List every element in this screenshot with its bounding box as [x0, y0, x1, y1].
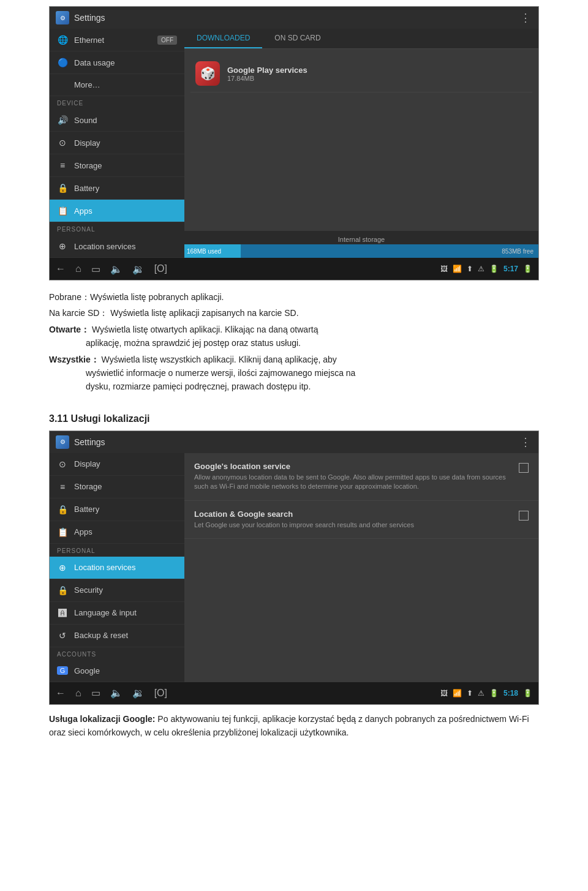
- battery-icon-2: 🔒: [57, 505, 68, 514]
- settings-circle-icon-2[interactable]: [O]: [154, 688, 167, 699]
- sidebar-item-location-2[interactable]: ⊕ Location services: [50, 557, 184, 579]
- sidebar-item-security[interactable]: 🔒 Security: [50, 579, 184, 602]
- battery-status-icon: 🔋: [489, 265, 499, 273]
- setting-item-google-location[interactable]: Google's location service Allow anonymou…: [184, 453, 538, 501]
- google-location-checkbox[interactable]: [519, 463, 529, 473]
- google-icon: G: [57, 666, 68, 675]
- battery-indicator-2: 🔋: [523, 689, 532, 697]
- sidebar-label-display-2: Display: [74, 459, 100, 468]
- bottom-nav-1: ← ⌂ ▭ 🔈 🔉 [O]: [56, 263, 167, 275]
- usb-icon-2: ⬆: [467, 689, 473, 697]
- sidebar-item-more[interactable]: More…: [50, 74, 184, 96]
- status-time-2: 5:18: [503, 689, 518, 697]
- language-icon: 🅰: [57, 608, 68, 618]
- screenshot-icon-2: 🖼: [440, 689, 448, 697]
- sidebar-item-google[interactable]: G Google: [50, 660, 184, 682]
- settings-icon-2: ⚙: [56, 435, 69, 449]
- back-icon-2[interactable]: ←: [56, 688, 66, 699]
- section-heading: 3.11 Usługi lokalizacji: [0, 406, 588, 428]
- sidebar-label-data-usage: Data usage: [74, 58, 115, 67]
- sidebar-item-battery-2[interactable]: 🔒 Battery: [50, 498, 184, 521]
- sidebar-item-sound[interactable]: 🔊 Sound: [50, 109, 184, 132]
- location-icon: ⊕: [57, 241, 68, 251]
- ethernet-icon: 🌐: [57, 35, 68, 45]
- sidebar-label-sound: Sound: [74, 116, 97, 125]
- volume-up-icon[interactable]: 🔉: [132, 263, 145, 275]
- usb-icon: ⬆: [467, 265, 473, 273]
- text-line-1: Pobrane：Wyświetla listę pobranych aplika…: [49, 290, 539, 304]
- back-icon[interactable]: ←: [56, 263, 66, 274]
- security-icon: 🔒: [57, 585, 68, 595]
- setting-desc-location-search: Let Google use your location to improve …: [194, 521, 513, 530]
- setting-title-location-search: Location & Google search: [194, 509, 513, 519]
- titlebar-title-2: Settings: [74, 437, 105, 447]
- text-line-4: Wszystkie： Wyświetla listę wszystkich ap…: [49, 353, 539, 394]
- tab-on-sd-card[interactable]: ON SD CARD: [262, 29, 333, 48]
- bottom-nav-2: ← ⌂ ▭ 🔈 🔉 [O]: [56, 687, 167, 699]
- storage-used-label: 168MB used: [187, 248, 221, 255]
- sidebar-item-data-usage[interactable]: 🔵 Data usage: [50, 51, 184, 74]
- sidebar-item-location[interactable]: ⊕ Location services: [50, 235, 184, 258]
- device-section-label: DEVICE: [50, 96, 184, 109]
- sidebar-label-storage-2: Storage: [74, 482, 102, 491]
- sidebar-label-apps: Apps: [74, 206, 92, 216]
- signal-icon: 📶: [453, 265, 462, 273]
- ethernet-toggle[interactable]: OFF: [157, 36, 177, 45]
- home-icon-2[interactable]: ⌂: [75, 688, 81, 699]
- sidebar-item-apps[interactable]: 📋 Apps: [50, 200, 184, 222]
- battery-indicator: 🔋: [523, 265, 532, 273]
- recents-icon-2[interactable]: ▭: [91, 687, 100, 699]
- app-item-google-play[interactable]: 🎲 Google Play services 17.84MB: [190, 55, 532, 92]
- tabs-bar-1: DOWNLOADED ON SD CARD: [184, 29, 538, 49]
- sidebar-label-google: Google: [74, 666, 100, 675]
- sidebar-2: ⊙ Display ≡ Storage 🔒 Battery 📋 Apps: [50, 453, 184, 682]
- personal-section-label: PERSONAL: [50, 222, 184, 235]
- sidebar-item-display[interactable]: ⊙ Display: [50, 132, 184, 154]
- settings-icon: ⚙: [56, 11, 69, 24]
- titlebar-menu-icon-2[interactable]: ⋮: [520, 435, 532, 449]
- storage-free-label: 853MB free: [502, 248, 533, 255]
- sidebar-item-storage-2[interactable]: ≡ Storage: [50, 476, 184, 498]
- screenshot-2: ⚙ Settings ⋮ ⊙ Display ≡ Storage: [49, 430, 539, 705]
- screenshot-icon: 🖼: [440, 265, 448, 273]
- sidebar-item-storage[interactable]: ≡ Storage: [50, 154, 184, 177]
- bottom-bar-1: ← ⌂ ▭ 🔈 🔉 [O] 🖼 📶 ⬆ ⚠ 🔋 5:17 🔋: [50, 258, 538, 280]
- sidebar-item-backup[interactable]: ↺ Backup & reset: [50, 625, 184, 647]
- storage-label: Internal storage: [184, 236, 538, 243]
- titlebar-menu-icon[interactable]: ⋮: [520, 11, 532, 24]
- sidebar-label-security: Security: [74, 585, 103, 595]
- data-usage-icon: 🔵: [57, 58, 68, 67]
- sidebar-label-more: More…: [74, 80, 100, 89]
- sidebar-item-ethernet[interactable]: 🌐 Ethernet OFF: [50, 29, 184, 51]
- screen-content-1: 🌐 Ethernet OFF 🔵 Data usage More… DEVICE: [50, 29, 538, 258]
- sidebar-label-storage: Storage: [74, 161, 102, 170]
- volume-down-icon-2[interactable]: 🔈: [110, 687, 123, 699]
- sidebar-item-language[interactable]: 🅰 Language & input: [50, 602, 184, 625]
- setting-item-location-search[interactable]: Location & Google search Let Google use …: [184, 501, 538, 539]
- sound-icon: 🔊: [57, 115, 68, 125]
- backup-icon: ↺: [57, 631, 68, 641]
- titlebar-1: ⚙ Settings ⋮: [50, 7, 538, 29]
- apps-icon-2: 📋: [57, 527, 68, 537]
- volume-up-icon-2[interactable]: 🔉: [132, 687, 145, 699]
- sidebar-item-apps-2[interactable]: 📋 Apps: [50, 521, 184, 544]
- display-icon: ⊙: [57, 138, 68, 148]
- setting-text-location-search: Location & Google search Let Google use …: [194, 509, 513, 530]
- titlebar-title-1: Settings: [74, 13, 105, 23]
- tab-downloaded[interactable]: DOWNLOADED: [184, 29, 262, 48]
- app-list-1: 🎲 Google Play services 17.84MB: [184, 49, 538, 231]
- titlebar-2: ⚙ Settings ⋮: [50, 431, 538, 453]
- location-search-checkbox[interactable]: [519, 511, 529, 521]
- settings-circle-icon[interactable]: [O]: [154, 263, 167, 274]
- recents-icon[interactable]: ▭: [91, 263, 100, 275]
- sidebar-item-display-2[interactable]: ⊙ Display: [50, 453, 184, 476]
- text-line-2: Na karcie SD： Wyświetla listę aplikacji …: [49, 306, 539, 320]
- main-content-1: DOWNLOADED ON SD CARD 🎲 Google Play serv…: [184, 29, 538, 258]
- bottom-status-1: 🖼 📶 ⬆ ⚠ 🔋 5:17 🔋: [440, 265, 532, 273]
- volume-down-icon[interactable]: 🔈: [110, 263, 123, 275]
- home-icon[interactable]: ⌂: [75, 263, 81, 274]
- sidebar-label-battery: Battery: [74, 184, 99, 193]
- screenshot-1: ⚙ Settings ⋮ 🌐 Ethernet OFF 🔵 Data usage: [49, 6, 539, 280]
- sidebar-item-battery[interactable]: 🔒 Battery: [50, 177, 184, 200]
- app-size-google-play: 17.84MB: [227, 75, 527, 82]
